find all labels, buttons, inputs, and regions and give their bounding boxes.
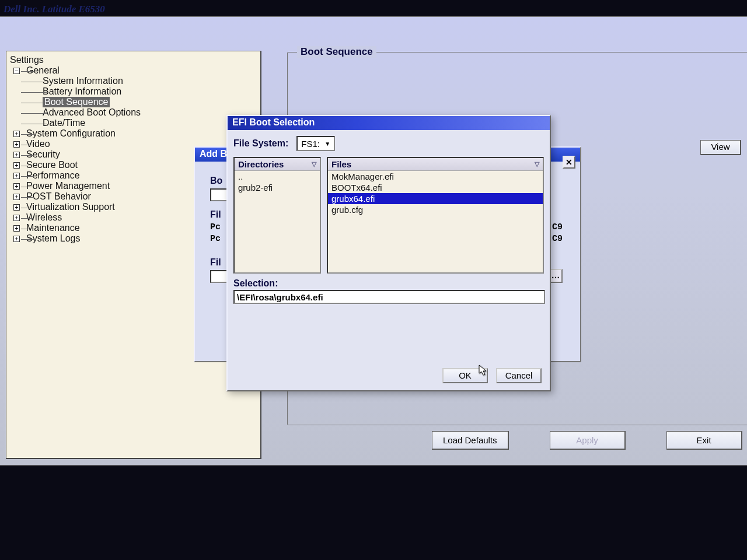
tree-item-sysconfig[interactable]: System Configuration xyxy=(10,128,257,139)
filesystem-label: File System: xyxy=(233,138,288,149)
tree-line xyxy=(21,71,34,72)
dir-item-grub2[interactable]: grub2-efi xyxy=(235,182,320,193)
tree-line xyxy=(21,92,47,93)
dir-item-parent[interactable]: .. xyxy=(235,171,320,182)
expand-icon[interactable] xyxy=(13,194,20,200)
directories-list[interactable]: .. grub2-efi xyxy=(235,171,320,272)
view-button[interactable]: View xyxy=(700,140,741,155)
tree-item-battery[interactable]: Battery Information xyxy=(10,86,257,97)
selection-label: Selection: xyxy=(233,278,544,289)
exit-button[interactable]: Exit xyxy=(666,431,742,450)
expand-icon[interactable] xyxy=(13,215,20,221)
tree-item-sysinfo[interactable]: System Information xyxy=(10,76,257,86)
load-defaults-button[interactable]: Load Defaults xyxy=(432,431,509,450)
directories-header: Directories xyxy=(238,159,284,169)
expand-icon[interactable] xyxy=(13,141,20,148)
files-list[interactable]: MokManager.efi BOOTx64.efi grubx64.efi g… xyxy=(328,171,543,272)
bios-screen: Settings General System Information Batt… xyxy=(0,16,747,466)
close-icon[interactable]: ✕ xyxy=(563,156,575,169)
expand-icon[interactable] xyxy=(13,236,20,242)
directories-pane: Directories ▽ .. grub2-efi xyxy=(233,157,321,274)
boot-name-label: Bo xyxy=(210,176,222,186)
files-header: Files xyxy=(331,159,351,169)
tree-line xyxy=(21,103,47,103)
footer-buttons: Load Defaults Apply Exit xyxy=(432,431,742,450)
files-pane: Files ▽ MokManager.efi BOOTx64.efi grubx… xyxy=(327,157,544,274)
file-item-grubcfg[interactable]: grub.cfg xyxy=(328,204,543,215)
expand-icon[interactable] xyxy=(13,204,20,211)
cancel-button[interactable]: Cancel xyxy=(496,368,542,383)
file-item-grubx64[interactable]: grubx64.efi xyxy=(328,193,543,204)
machine-title: Dell Inc. Latitude E6530 xyxy=(4,4,105,15)
filter-icon[interactable]: ▽ xyxy=(312,160,316,168)
efi-boot-selection-dialog: EFI Boot Selection File System: FS1: ▼ D… xyxy=(226,115,551,391)
filesystem-value: FS1: xyxy=(301,139,320,149)
filter-icon[interactable]: ▽ xyxy=(535,160,539,168)
expand-icon[interactable] xyxy=(13,225,20,232)
tree-line xyxy=(21,82,47,82)
filesys-label: Fil xyxy=(210,209,221,220)
ok-button[interactable]: OK xyxy=(442,368,488,383)
expand-icon[interactable] xyxy=(13,152,20,158)
fs-row-1[interactable]: Pc xyxy=(210,234,221,244)
tree-line xyxy=(21,113,47,114)
filename-label: Fil xyxy=(210,257,221,268)
fs-badge-1: C9 xyxy=(552,234,563,244)
file-item-mokmanager[interactable]: MokManager.efi xyxy=(328,171,543,182)
apply-button[interactable]: Apply xyxy=(550,431,626,450)
expand-icon[interactable] xyxy=(13,183,20,190)
dialog-title: EFI Boot Selection xyxy=(228,116,550,130)
expand-icon[interactable] xyxy=(13,162,20,169)
tree-root[interactable]: Settings xyxy=(10,55,257,65)
group-title: Boot Sequence xyxy=(297,46,376,58)
selection-input[interactable] xyxy=(233,290,545,304)
tree-item-advboot[interactable]: Advanced Boot Options xyxy=(10,107,257,118)
tree-node-general[interactable]: General xyxy=(10,65,257,76)
file-item-bootx64[interactable]: BOOTx64.efi xyxy=(328,182,543,193)
chevron-down-icon: ▼ xyxy=(324,141,330,147)
fs-row-0[interactable]: Pc xyxy=(210,222,221,232)
expand-icon[interactable] xyxy=(13,173,20,179)
fs-badge-0: C9 xyxy=(552,222,563,232)
tree-item-datetime[interactable]: Date/Time xyxy=(10,118,257,128)
tree-line xyxy=(21,124,47,124)
expand-icon[interactable] xyxy=(13,131,20,137)
tree-item-bootseq[interactable]: Boot Sequence xyxy=(10,97,257,107)
filesystem-select[interactable]: FS1: ▼ xyxy=(296,136,335,151)
collapse-icon[interactable] xyxy=(13,68,20,74)
